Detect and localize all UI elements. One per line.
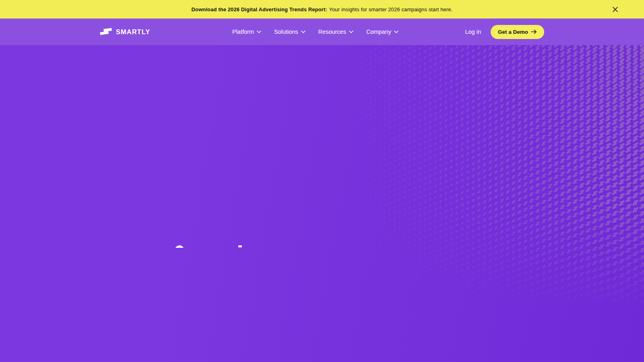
nav-item-label: Resources xyxy=(318,29,346,35)
halftone-pattern xyxy=(0,45,644,362)
navbar: SMARTLY Platform Solutions Resources Com… xyxy=(0,19,644,45)
chevron-down-icon xyxy=(301,31,305,33)
chevron-down-icon xyxy=(257,31,261,33)
nav-right-group: Log in Get a Demo xyxy=(465,25,544,39)
promo-banner-bold-text: Download the 2026 Digital Advertising Tr… xyxy=(192,6,327,12)
chevron-down-icon xyxy=(349,31,353,33)
get-a-demo-label: Get a Demo xyxy=(498,29,528,35)
nav-item-resources[interactable]: Resources xyxy=(318,29,353,35)
promo-banner-text: Download the 2026 Digital Advertising Tr… xyxy=(192,6,453,12)
close-icon xyxy=(612,6,618,12)
hero-heading-letter-fragment xyxy=(174,245,185,248)
nav-item-company[interactable]: Company xyxy=(366,29,398,35)
nav-item-platform[interactable]: Platform xyxy=(232,29,261,35)
page: Download the 2026 Digital Advertising Tr… xyxy=(0,0,644,362)
nav-item-solutions[interactable]: Solutions xyxy=(274,29,305,35)
nav-menu: Platform Solutions Resources Company xyxy=(232,19,398,45)
promo-banner: Download the 2026 Digital Advertising Tr… xyxy=(0,0,644,19)
chevron-down-icon xyxy=(394,31,398,33)
hero-section xyxy=(0,45,644,362)
nav-item-label: Platform xyxy=(232,29,254,35)
smartly-logo[interactable]: SMARTLY xyxy=(100,27,150,36)
nav-item-label: Company xyxy=(366,29,391,35)
arrow-right-icon xyxy=(531,29,537,34)
login-link[interactable]: Log in xyxy=(465,29,481,35)
hero-heading-reveal xyxy=(171,242,260,248)
brand-name: SMARTLY xyxy=(116,28,150,36)
nav-item-label: Solutions xyxy=(274,29,298,35)
promo-banner-rest-text: Your insights for smarter 2026 campaigns… xyxy=(329,6,453,12)
banner-close-button[interactable] xyxy=(610,4,620,14)
smartly-logo-icon xyxy=(100,27,112,36)
get-a-demo-button[interactable]: Get a Demo xyxy=(491,25,544,39)
hero-heading-letter-fragment xyxy=(238,245,242,247)
